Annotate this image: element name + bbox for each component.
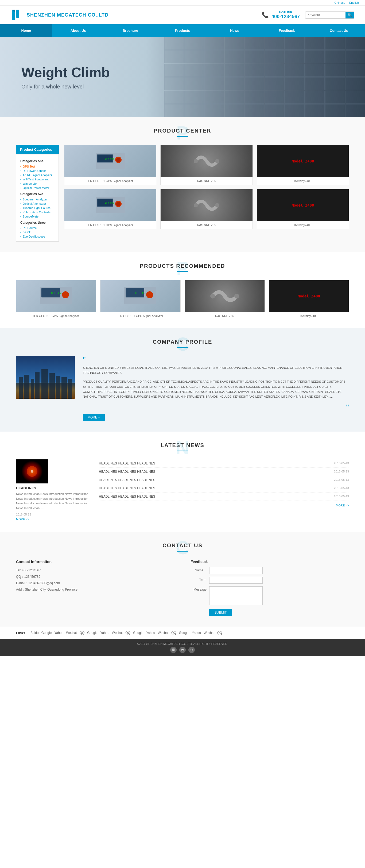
link-yahoo-4[interactable]: Yahoo — [192, 631, 201, 635]
news-featured-block: HEADLINES News Introduction News Introdu… — [16, 459, 91, 521]
recommended-section: P PRODUCTS RECOMMENDED IFR GPS-101 IFR G… — [0, 252, 365, 328]
company-image — [16, 356, 75, 399]
link-qq-1[interactable]: QQ — [80, 631, 85, 635]
link-qq-2[interactable]: QQ — [125, 631, 130, 635]
sidebar-tunable[interactable]: Tunable Light Source — [20, 206, 55, 210]
news-title-1[interactable]: HEADLINES HEADLINES HEADLINES — [99, 462, 155, 465]
rec-card-2[interactable]: IFR GPS-101 IFR GPS 101 GPS Signal Analy… — [100, 280, 180, 317]
news-featured-more[interactable]: MORE >> — [16, 518, 29, 521]
name-label: Name： — [190, 568, 207, 573]
hotline-block: 📞 HOTLINE 400-1234567 — [262, 11, 300, 20]
nav-home[interactable]: Home — [0, 24, 52, 37]
sidebar-bert[interactable]: BERT — [20, 230, 55, 235]
sidebar-eye[interactable]: Eye Oscilloscope — [20, 235, 55, 239]
news-section: N LATEST NEWS — [0, 432, 365, 531]
product-name-6: Keithley2400 — [257, 221, 349, 229]
footer: ©2016 SHENZHEN MEGATECH CO.,LTD. ALL RIG… — [0, 639, 365, 656]
footer-icon-weibo[interactable]: 微 — [170, 647, 177, 653]
product-sidebar: Product Categories Categories one GPS Te… — [16, 145, 59, 242]
link-google-1[interactable]: Google — [41, 631, 52, 635]
sidebar-spectrum[interactable]: Spectrum Analyzer — [20, 197, 55, 202]
header: SHENZHEN MEGATECH CO.,LTD 📞 HOTLINE 400-… — [0, 6, 365, 24]
news-title-2[interactable]: HEADLINES HEADLINES HEADLINES — [99, 470, 155, 473]
rec-name-4: Keithley2400 — [269, 314, 349, 317]
sidebar-sourcemeter[interactable]: SourceMeter — [20, 214, 55, 219]
sidebar-wavemeter[interactable]: Wavemeter — [20, 182, 55, 186]
sidebar-optical-att[interactable]: Optical Attenuator — [20, 202, 55, 206]
link-wechat-2[interactable]: Wechat — [112, 631, 123, 635]
name-input[interactable] — [209, 567, 263, 574]
news-date-1: 2016-05-13 — [334, 462, 349, 465]
message-textarea[interactable] — [209, 586, 263, 605]
svg-rect-37 — [56, 376, 60, 399]
news-date-4: 2016-05-13 — [334, 486, 349, 490]
footer-icon-qq[interactable]: Q — [188, 647, 195, 653]
sidebar-rf-signal[interactable]: An RF Signal Analyzer — [20, 173, 55, 177]
news-list-more[interactable]: MORE >> — [336, 504, 349, 507]
news-item-5: HEADLINES HEADLINES HEADLINES 2016-05-13 — [99, 493, 349, 501]
sidebar-rf-source[interactable]: RF Source — [20, 226, 55, 230]
svg-point-26 — [146, 291, 153, 298]
nav-feedback[interactable]: Feedback — [261, 24, 313, 37]
nav-about[interactable]: About Us — [52, 24, 104, 37]
nav-news[interactable]: News — [209, 24, 261, 37]
link-wechat-1[interactable]: Wechat — [66, 631, 77, 635]
nav-brochure[interactable]: Brochure — [104, 24, 156, 37]
contact-form-block: Feedback Name： Tel： Message SUBMIT — [190, 560, 349, 616]
footer-icon-wechat[interactable]: W — [179, 647, 186, 653]
link-qq-3[interactable]: QQ — [171, 631, 176, 635]
news-item-3: HEADLINES HEADLINES HEADLINES 2016-05-13 — [99, 476, 349, 484]
link-wechat-4[interactable]: Wechat — [204, 631, 214, 635]
product-card-5[interactable]: R&S NRP Z55 — [160, 189, 252, 229]
rec-card-3[interactable]: R&S NRP Z55 — [185, 280, 265, 317]
news-title-5[interactable]: HEADLINES HEADLINES HEADLINES — [99, 495, 155, 498]
tel-input[interactable] — [209, 577, 263, 584]
hero-title: Weight Climb — [21, 64, 110, 81]
svg-point-28 — [234, 294, 239, 299]
hero-grid-bg: for(let i=0;i<60;i++){document.write('<d… — [164, 37, 365, 117]
product-center-section: P PRODUCT CENTER Product Categories Cate… — [0, 117, 365, 252]
contact-info-title: Contact Information — [16, 560, 175, 564]
link-google-3[interactable]: Google — [133, 631, 144, 635]
nav-contact[interactable]: Contact Us — [313, 24, 365, 37]
search-input[interactable] — [305, 12, 345, 18]
link-yahoo-3[interactable]: Yahoo — [146, 631, 155, 635]
link-wechat-3[interactable]: Wechat — [158, 631, 169, 635]
product-card-6[interactable]: Model 2400 Keithley2400 — [257, 189, 349, 229]
link-yahoo-2[interactable]: Yahoo — [100, 631, 109, 635]
lang-english[interactable]: English — [349, 1, 359, 4]
company-desc-1: SHENZHEN CITY, UNITED STATES SPECIAL TRA… — [83, 365, 349, 375]
hero-banner: for(let i=0;i<60;i++){document.write('<d… — [0, 37, 365, 117]
nav-products[interactable]: Products — [156, 24, 208, 37]
product-card-1[interactable]: IFR GPS-101 IFR GPS 101 GPS Signal Analy… — [64, 145, 156, 185]
cat-three-title: Categories three — [20, 221, 55, 224]
svg-rect-31 — [19, 377, 23, 399]
news-title-4[interactable]: HEADLINES HEADLINES HEADLINES — [99, 486, 155, 490]
news-item-1: HEADLINES HEADLINES HEADLINES 2016-05-13 — [99, 459, 349, 468]
link-qq-4[interactable]: QQ — [217, 631, 222, 635]
logo: SHENZHEN MEGATECH CO.,LTD — [11, 8, 109, 22]
sidebar-wifi[interactable]: Wifi Test Equipment — [20, 177, 55, 182]
sidebar-optical[interactable]: Optical Power Meter — [20, 186, 55, 190]
search-button[interactable]: 🔍 — [345, 12, 354, 19]
sidebar-polarization[interactable]: Polarization Controller — [20, 210, 55, 214]
lang-chinese[interactable]: Chinese — [335, 1, 345, 4]
rec-card-4[interactable]: Model 2400 Keithley2400 — [269, 280, 349, 317]
footer-copyright: ©2016 SHENZHEN MEGATECH CO.,LTD. ALL RIG… — [137, 642, 228, 645]
sidebar-rf-power[interactable]: RF Power Sensor — [20, 168, 55, 173]
news-title-3[interactable]: HEADLINES HEADLINES HEADLINES — [99, 478, 155, 482]
rec-card-1[interactable]: IFR GPS-101 IFR GPS 101 GPS Signal Analy… — [16, 280, 96, 317]
link-google-2[interactable]: Google — [87, 631, 97, 635]
link-google-4[interactable]: Google — [179, 631, 189, 635]
news-list-more-wrap: MORE >> — [99, 503, 349, 507]
company-more-btn[interactable]: MORE + — [83, 414, 105, 421]
sidebar-gps[interactable]: GPS Test — [20, 164, 55, 168]
header-right: 📞 HOTLINE 400-1234567 🔍 — [262, 11, 354, 20]
submit-button[interactable]: SUBMIT — [209, 609, 232, 616]
link-yahoo-1[interactable]: Yahoo — [54, 631, 63, 635]
product-name-5: R&S NRP Z55 — [160, 221, 252, 229]
product-card-2[interactable]: R&S NRP Z55 — [160, 145, 252, 185]
product-card-4[interactable]: IFR GPS-101 IFR GPS 101 GPS Signal Analy… — [64, 189, 156, 229]
link-baidu[interactable]: Baidu — [30, 631, 39, 635]
product-card-3[interactable]: Model 2400 Keithley2400 — [257, 145, 349, 185]
